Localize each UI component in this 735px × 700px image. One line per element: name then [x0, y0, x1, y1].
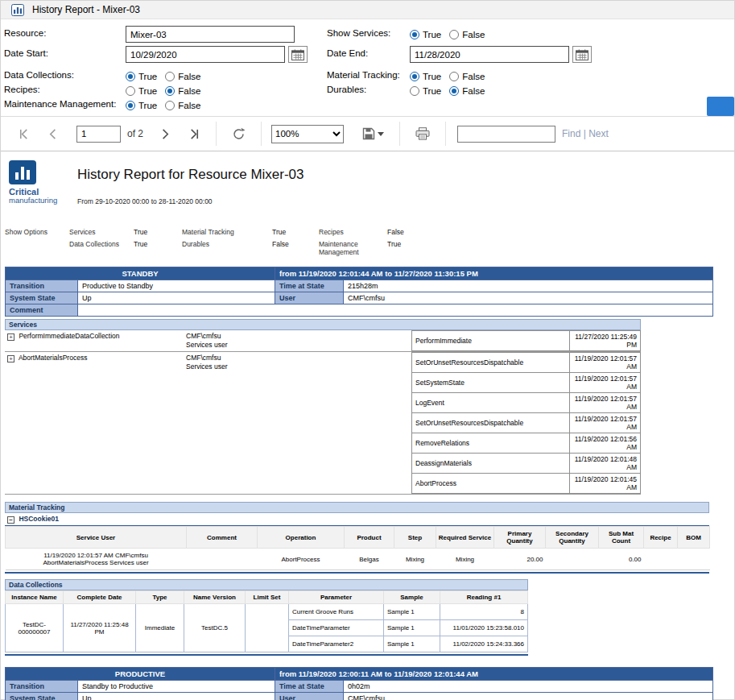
call-row: RemoveRelations11/19/2020 12:01:56 AM: [412, 433, 641, 454]
data-collections-false-radio[interactable]: [165, 72, 175, 81]
next-page-button[interactable]: [155, 126, 174, 142]
page-number-input[interactable]: [76, 126, 121, 143]
find-link[interactable]: Find: [562, 128, 580, 139]
state-name: STANDBY: [6, 267, 275, 280]
material-tracking-true-radio[interactable]: [410, 72, 419, 81]
mt-step: Mixing: [394, 549, 436, 570]
mt-operation: AbortProcess: [258, 549, 345, 570]
material-tracking-false-radio[interactable]: [449, 72, 459, 81]
column-header: Limit Set: [246, 591, 289, 604]
service-user-line: CMF\cmfsu: [186, 332, 409, 341]
call-time: 11/19/2020 12:01:57 AM: [570, 393, 641, 413]
section-end-line: [5, 572, 709, 574]
durables-true-radio[interactable]: [410, 86, 419, 96]
toolbar-separator: [261, 122, 262, 146]
report-title: History Report for Resource Mixer-03: [77, 167, 304, 183]
report-window-icon: [11, 4, 24, 16]
material-group-row: − HSCookie01: [5, 513, 709, 526]
parameter-panel: Resource: Show Services: True False Date…: [1, 19, 734, 116]
show-services-false-radio[interactable]: [449, 30, 459, 39]
expand-icon[interactable]: +: [7, 355, 14, 362]
option-name: Material Tracking: [182, 228, 234, 236]
state-range: from 11/19/2020 12:00:11 AM to 11/19/202…: [275, 668, 713, 681]
company-logo: Critical manufacturing: [9, 160, 65, 205]
toolbar-separator: [216, 122, 217, 146]
refresh-button[interactable]: [229, 126, 249, 143]
service-calls-table: SetOrUnsetResourcesDispatchable11/19/202…: [411, 352, 641, 494]
material-tracking-label: Material Tracking:: [327, 70, 400, 80]
expand-icon[interactable]: +: [7, 333, 14, 341]
date-end-calendar-button[interactable]: [572, 46, 592, 63]
date-start-calendar-button[interactable]: [288, 46, 308, 63]
services-section-header: Services: [5, 319, 641, 330]
service-user-line: Services user: [186, 341, 409, 350]
maintenance-true-radio[interactable]: [126, 101, 135, 110]
user-value: CMF\cmfsu: [344, 693, 713, 700]
resource-input[interactable]: [126, 26, 295, 43]
call-operation: DeassignMaterials: [412, 454, 570, 474]
column-header: Primary Quantity: [494, 527, 546, 549]
report-header: Critical manufacturing History Report fo…: [1, 159, 734, 228]
show-services-true-radio[interactable]: [410, 30, 419, 39]
next-link[interactable]: Next: [588, 128, 609, 139]
resource-label: Resource:: [4, 28, 46, 38]
material-tracking-header: Material Tracking: [5, 502, 709, 513]
data-collections-true-radio[interactable]: [126, 72, 135, 81]
column-header: Name Version: [184, 591, 246, 604]
service-row: + AbortMaterialsProcess CMF\cmfsu Servic…: [5, 352, 641, 495]
service-name: AbortMaterialsProcess: [19, 354, 88, 362]
call-time: 11/19/2020 12:01:48 AM: [570, 454, 641, 474]
calendar-icon: [576, 49, 588, 60]
toolbar-separator: [399, 122, 400, 146]
comment-label: Comment: [6, 304, 78, 317]
mt-secondary-quantity: [546, 549, 599, 570]
data-collection-row: TestDC-000000007 11/27/2020 11:25:48 PM …: [6, 604, 528, 620]
recipes-false-radio[interactable]: [165, 86, 175, 96]
service-user-line: Services user: [186, 362, 409, 371]
option-name: Services: [69, 228, 96, 236]
prev-page-button[interactable]: [44, 126, 63, 142]
durables-false-radio[interactable]: [449, 86, 459, 96]
toolbar-separator: [445, 122, 446, 146]
last-page-button[interactable]: [185, 126, 204, 142]
printer-icon: [415, 127, 430, 140]
material-tracking-row: 11/19/2020 12:01:57 AM CMF\cmfsu AbortMa…: [6, 549, 710, 570]
recipes-label: Recipes:: [4, 85, 40, 94]
first-page-button[interactable]: [14, 126, 33, 142]
time-at-state-value: 0h02m: [344, 681, 713, 693]
option-name: Maintenance Management: [319, 240, 382, 256]
date-end-input[interactable]: [410, 46, 569, 63]
collapse-icon[interactable]: −: [7, 516, 14, 524]
radio-false-label: False: [178, 72, 200, 81]
call-time: 11/19/2020 12:01:45 AM: [570, 474, 641, 494]
radio-false-label: False: [462, 30, 485, 39]
service-user: CMF\cmfsu Services user: [184, 352, 411, 494]
maintenance-false-radio[interactable]: [165, 101, 175, 110]
report-body: Critical manufacturing History Report fo…: [1, 151, 734, 700]
system-state-label: System State: [6, 693, 78, 700]
recipes-true-radio[interactable]: [126, 86, 135, 96]
refresh-icon: [232, 127, 246, 141]
option-value: True: [134, 240, 147, 248]
option-value: False: [387, 228, 404, 236]
call-operation: AbortProcess: [412, 474, 570, 494]
mt-sub-mat-count: 0.00: [599, 549, 644, 570]
mt-bom: [678, 549, 710, 570]
material-group-name: HSCookie01: [19, 515, 59, 523]
find-next-separator: |: [584, 128, 586, 139]
print-button[interactable]: [412, 126, 433, 142]
column-header: Type: [136, 591, 184, 604]
radio-true-label: True: [138, 72, 157, 81]
export-button[interactable]: [359, 126, 387, 142]
durables-label: Durables:: [327, 85, 366, 94]
dc-reading: 11/01/2020 15:23:58.010: [440, 620, 528, 636]
date-start-input[interactable]: [126, 46, 285, 63]
find-input[interactable]: [457, 126, 555, 143]
zoom-select[interactable]: 100%: [271, 125, 344, 143]
state-range: from 11/19/2020 12:01:44 AM to 11/27/202…: [275, 267, 713, 280]
call-operation: RemoveRelations: [412, 433, 570, 454]
option-name: Recipes: [319, 228, 344, 236]
logo-text-line2: manufacturing: [9, 196, 65, 205]
view-report-button[interactable]: [707, 97, 734, 116]
transition-label: Transition: [6, 681, 78, 693]
